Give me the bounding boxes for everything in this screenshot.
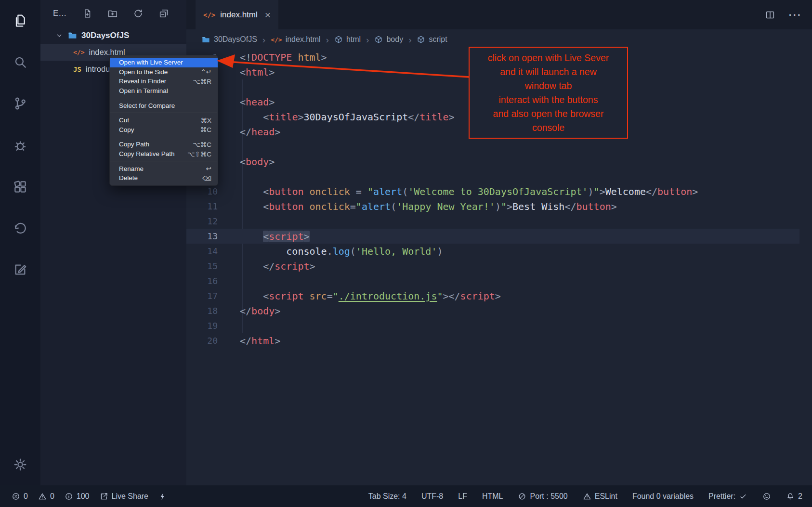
error-icon bbox=[12, 492, 20, 501]
status-language-mode[interactable]: HTML bbox=[482, 492, 503, 501]
line-number: 13 bbox=[186, 231, 218, 241]
gear-icon bbox=[13, 457, 28, 472]
status-info[interactable]: 100 bbox=[65, 492, 90, 501]
status-eol[interactable]: LF bbox=[458, 492, 467, 501]
code-line-18[interactable]: 18</body> bbox=[186, 303, 799, 318]
status-label: 0 bbox=[50, 492, 54, 501]
menu-item-cut[interactable]: Cut⌘X bbox=[110, 116, 218, 125]
menu-item-copy[interactable]: Copy⌘C bbox=[110, 125, 218, 135]
menu-item-open-in-terminal[interactable]: Open in Terminal bbox=[110, 86, 218, 96]
search-icon bbox=[13, 54, 28, 70]
status-live-share[interactable]: Live Share bbox=[100, 492, 149, 501]
menu-item-shortcut: ↩ bbox=[206, 165, 211, 172]
code-line-14[interactable]: 14 console.log('Hello, World') bbox=[186, 244, 799, 259]
status-variables[interactable]: Found 0 variables bbox=[632, 492, 694, 501]
status-label: 0 bbox=[24, 492, 28, 501]
menu-item-delete[interactable]: Delete⌫ bbox=[110, 173, 218, 183]
share-icon bbox=[100, 492, 108, 501]
code-line-8[interactable]: 8<body> bbox=[186, 154, 799, 169]
code-text: </html> bbox=[240, 335, 280, 347]
explorer-action-collapse-all[interactable] bbox=[158, 8, 169, 19]
breadcrumb-script[interactable]: script bbox=[417, 35, 447, 44]
status-go-live[interactable] bbox=[158, 492, 167, 501]
tab-label: index.html bbox=[220, 10, 257, 20]
activity-settings[interactable] bbox=[13, 457, 28, 472]
status-feedback[interactable] bbox=[762, 492, 771, 501]
status-tab-size[interactable]: Tab Size: 4 bbox=[368, 492, 406, 501]
breadcrumb-body[interactable]: body bbox=[374, 35, 403, 44]
code-line-15[interactable]: 15 </script> bbox=[186, 259, 799, 273]
status-encoding[interactable]: UTF-8 bbox=[421, 492, 443, 501]
breadcrumb-separator-icon: › bbox=[408, 35, 411, 44]
menu-item-reveal-in-finder[interactable]: Reveal in Finder⌥⌘R bbox=[110, 77, 218, 86]
line-number: 17 bbox=[186, 291, 218, 301]
breadcrumb-index-html[interactable]: </>index.html bbox=[271, 35, 320, 44]
close-icon[interactable]: × bbox=[265, 9, 271, 21]
code-line-7[interactable]: 7 bbox=[186, 139, 799, 154]
html-file-icon: </> bbox=[203, 12, 215, 18]
status-warnings[interactable]: 0 bbox=[38, 492, 54, 501]
menu-item-label: Open in Terminal bbox=[119, 87, 211, 94]
menu-item-label: Delete bbox=[119, 174, 196, 182]
line-number: 18 bbox=[186, 306, 218, 316]
menu-item-copy-relative-path[interactable]: Copy Relative Path⌥⇧⌘C bbox=[110, 149, 218, 159]
activity-search[interactable] bbox=[13, 54, 28, 70]
line-number: 10 bbox=[186, 186, 218, 196]
breadcrumb-html[interactable]: html bbox=[334, 35, 361, 44]
code-line-20[interactable]: 20</html> bbox=[186, 333, 799, 348]
activity-history[interactable] bbox=[13, 221, 28, 236]
explorer-action-new-file[interactable] bbox=[82, 8, 92, 19]
status-label: ESLint bbox=[595, 492, 617, 501]
menu-item-label: Rename bbox=[119, 165, 200, 172]
status-errors[interactable]: 0 bbox=[12, 492, 28, 501]
menu-item-select-for-compare[interactable]: Select for Compare bbox=[110, 101, 218, 110]
menu-item-open-with-live-server[interactable]: Open with Live Server bbox=[110, 58, 218, 67]
code-line-10[interactable]: 10 <button onclick = "alert('Welcome to … bbox=[186, 184, 799, 199]
code-text: <button onclick = "alert('Welcome to 30D… bbox=[240, 186, 698, 197]
activity-extensions[interactable] bbox=[13, 179, 28, 195]
status-prettier[interactable]: Prettier: bbox=[708, 492, 747, 501]
folder-30daysofjs[interactable]: 30DaysOfJS bbox=[40, 27, 186, 44]
split-editor-icon[interactable] bbox=[765, 10, 775, 20]
activity-explorer[interactable] bbox=[13, 13, 28, 28]
new-folder-icon bbox=[107, 8, 118, 19]
menu-item-open-to-the-side[interactable]: Open to the Side⌃↵ bbox=[110, 67, 218, 77]
code-line-11[interactable]: 11 <button onclick="alert('Happy New Yea… bbox=[186, 199, 799, 214]
breadcrumb-label: index.html bbox=[286, 35, 321, 44]
new-file-icon bbox=[82, 8, 92, 19]
breadcrumb-30daysofjs[interactable]: 30DaysOfJS bbox=[201, 35, 257, 44]
code-line-16[interactable]: 16 bbox=[186, 273, 799, 288]
status-label: Live Share bbox=[112, 492, 149, 501]
explorer-action-refresh[interactable] bbox=[133, 8, 144, 19]
code-line-12[interactable]: 12 bbox=[186, 214, 799, 229]
tab-index-html[interactable]: </> index.html × bbox=[196, 0, 278, 29]
status-eslint[interactable]: ESLint bbox=[583, 492, 617, 501]
activity-run-debug[interactable] bbox=[13, 138, 28, 153]
status-notifications[interactable]: 2 bbox=[786, 492, 802, 501]
menu-item-rename[interactable]: Rename↩ bbox=[110, 164, 218, 173]
code-line-17[interactable]: 17 <script src="./introduction.js"></scr… bbox=[186, 288, 799, 303]
breadcrumb-separator-icon: › bbox=[326, 35, 329, 44]
breadcrumb-label: body bbox=[386, 35, 403, 44]
code-line-13[interactable]: 13 <script> bbox=[186, 229, 799, 244]
activity-edit-session[interactable] bbox=[13, 262, 28, 277]
activity-source-control[interactable] bbox=[13, 96, 28, 111]
history-icon bbox=[13, 221, 28, 236]
status-label: 2 bbox=[798, 492, 802, 501]
more-actions-icon[interactable]: ⋯ bbox=[788, 10, 801, 20]
menu-item-label: Open to the Side bbox=[119, 68, 195, 76]
code-line-9[interactable]: 9 bbox=[186, 169, 799, 184]
menu-separator bbox=[110, 137, 217, 137]
status-port[interactable]: Port : 5500 bbox=[518, 492, 567, 501]
cube-icon bbox=[334, 35, 343, 44]
tabbar-actions: ⋯ bbox=[765, 0, 801, 29]
annotation-line: window tab bbox=[470, 79, 627, 93]
menu-item-copy-path[interactable]: Copy Path⌥⌘C bbox=[110, 140, 218, 149]
explorer-actions bbox=[82, 8, 169, 19]
code-line-19[interactable]: 19 bbox=[186, 318, 799, 333]
menu-item-shortcut: ⌫ bbox=[202, 174, 211, 182]
status-label: Port : 5500 bbox=[530, 492, 567, 501]
status-label: Found 0 variables bbox=[632, 492, 694, 501]
annotation-box: click on open with Live Severand it will… bbox=[469, 47, 628, 139]
explorer-action-new-folder[interactable] bbox=[107, 8, 118, 19]
